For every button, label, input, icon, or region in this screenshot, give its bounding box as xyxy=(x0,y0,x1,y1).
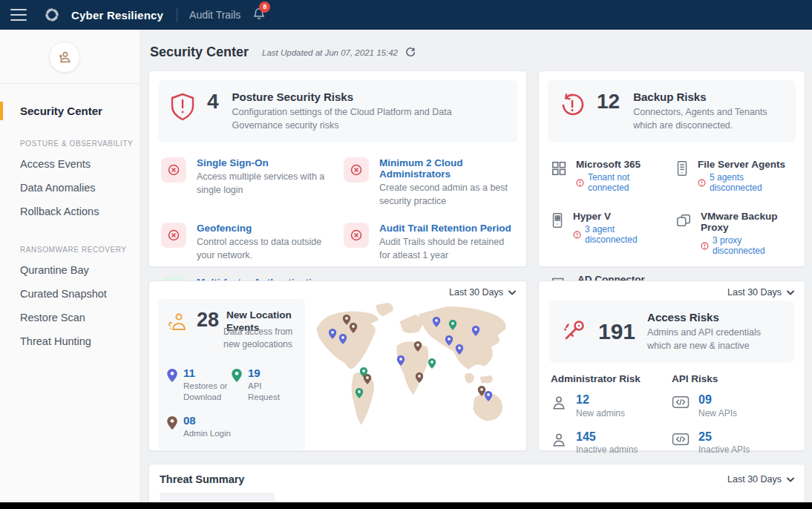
location-card-description: Data access from new geolocations xyxy=(223,326,296,351)
map-pin-icon xyxy=(167,416,177,430)
posture-risk-count: 4 xyxy=(207,91,219,114)
world-map xyxy=(310,299,517,441)
backup-item-microsoft-365: Microsoft 365 Tenant not connected xyxy=(551,159,668,193)
sidebar-group-posture-observability: POSTURE & OBSERVABILITY xyxy=(0,123,140,152)
administrator-risk-column: Administrator Risk 12 New admins xyxy=(551,373,672,467)
posture-security-risks-card: 4 Posture Security Risks Configuration s… xyxy=(148,70,527,267)
admin-user-icon xyxy=(551,432,567,451)
chevron-down-icon xyxy=(508,290,516,295)
backup-item-file-server-agents: File Server Agents 5 agents disconnected xyxy=(675,159,793,193)
sidebar: Security Center POSTURE & OBSERVABILITY … xyxy=(0,30,141,502)
sidebar-item-qurantine-bay[interactable]: Qurantine Bay xyxy=(0,258,140,282)
alert-circle-icon xyxy=(573,231,581,239)
map-pin xyxy=(356,388,364,398)
posture-item-link[interactable]: Audit Trail Retention Period xyxy=(379,223,513,234)
fail-circle-x-icon xyxy=(161,223,186,248)
location-stat-restores: 11 Restores or Download xyxy=(167,367,232,403)
sidebar-item-curated-snapshot[interactable]: Curated Snapshot xyxy=(0,282,140,306)
map-pin xyxy=(328,329,336,339)
sidebar-item-access-events[interactable]: Access Events xyxy=(0,152,140,176)
sidebar-item-threat-hunting[interactable]: Threat Hunting xyxy=(0,329,140,353)
hamburger-menu-icon[interactable] xyxy=(10,9,27,21)
alert-circle-icon xyxy=(576,179,584,187)
posture-item-link[interactable]: Geofencing xyxy=(197,223,330,234)
nav-link-audit-trails[interactable]: Audit Trails xyxy=(189,9,240,21)
location-stat-admin-login: 08 Admin Login xyxy=(167,415,232,439)
last-updated-text: Last Updated at Jun 07, 2021 15:42 xyxy=(262,48,398,57)
bottom-black-bar xyxy=(0,502,812,509)
map-pin xyxy=(416,372,424,383)
posture-item-min-2-cloud-admins: Minimum 2 Cloud Administrators Create se… xyxy=(344,157,513,208)
user-location-avatar-icon[interactable] xyxy=(49,42,80,73)
sidebar-item-rollback-actions[interactable]: Rollback Actions xyxy=(0,200,140,223)
posture-item-link[interactable]: Single Sign-On xyxy=(197,157,330,168)
access-period-dropdown[interactable]: Last 30 Days xyxy=(727,287,794,298)
map-pin xyxy=(364,374,372,384)
alert-circle-icon xyxy=(698,179,706,187)
backup-item-name: Hyper V xyxy=(573,211,668,222)
sidebar-group-ransomware-recovery: RANSOMWARE RECOVERY xyxy=(0,223,140,258)
threat-period-dropdown[interactable]: Last 30 Days xyxy=(727,474,794,485)
backup-card-title: Backup Risks xyxy=(633,91,784,103)
refresh-icon[interactable] xyxy=(405,47,416,58)
key-alert-icon xyxy=(561,318,586,345)
fail-circle-x-icon xyxy=(161,157,186,183)
location-period-dropdown[interactable]: Last 30 Days xyxy=(449,287,516,298)
backup-item-status-link[interactable]: 3 agent disconnected xyxy=(573,224,668,245)
posture-summary-band: 4 Posture Security Risks Configuration s… xyxy=(158,80,517,142)
backup-item-name: Microsoft 365 xyxy=(576,159,668,170)
notifications-bell-icon[interactable]: 8 xyxy=(252,7,266,24)
posture-item-description: Access multiple services with a single l… xyxy=(197,171,330,197)
backup-item-status-link[interactable]: 5 agents disconnected xyxy=(698,172,793,193)
stat-inactive-apis: 25 Inactive APIs xyxy=(672,430,793,456)
backup-item-hyper-v: Hyper V 3 agent disconnected xyxy=(551,211,668,256)
access-summary-band: 191 Access Risks Admins and API credenti… xyxy=(549,301,794,363)
threat-summary-content-stub xyxy=(160,493,275,502)
chevron-down-icon xyxy=(787,477,794,482)
backup-item-name: VMware Backup Proxy xyxy=(701,211,793,233)
backup-risks-card: 12 Backup Risks Connectors, Agents and T… xyxy=(538,70,805,267)
posture-item-description: Create second admin as a best security p… xyxy=(379,182,513,208)
shield-alert-icon xyxy=(170,93,195,124)
backup-item-status-link[interactable]: 3 proxy disconnected xyxy=(701,235,793,256)
alert-circle-icon xyxy=(701,242,709,250)
posture-item-single-sign-on: Single Sign-On Access multiple services … xyxy=(161,157,330,208)
map-pin xyxy=(349,323,357,333)
backup-card-description: Connectors, Agents and Tenants which are… xyxy=(633,105,784,132)
sidebar-item-restore-scan[interactable]: Restore Scan xyxy=(0,306,140,329)
posture-card-description: Configuration settings of the Cloud Plat… xyxy=(232,105,477,132)
file-server-icon xyxy=(675,160,689,180)
stat-new-apis: 09 New APIs xyxy=(672,393,793,418)
map-pin-icon xyxy=(167,369,177,382)
location-stat-api-request: 19 API Request xyxy=(232,367,296,403)
api-risks-column: API Risks 09 New APIs xyxy=(672,373,793,467)
sidebar-item-security-center[interactable]: Security Center xyxy=(0,99,140,123)
map-pin xyxy=(472,326,480,336)
brand-logo-icon xyxy=(43,6,61,24)
map-pin xyxy=(338,334,347,344)
access-risks-card: Last 30 Days 191 Access Risks xyxy=(538,280,805,451)
top-navbar: Cyber Resiliency Audit Trails 8 xyxy=(0,0,812,30)
app-title: Cyber Resiliency xyxy=(71,9,163,22)
location-events-count: 28 xyxy=(197,309,219,330)
sidebar-item-data-anomalies[interactable]: Data Anomalies xyxy=(0,176,140,200)
navbar-divider xyxy=(177,7,177,22)
threat-summary-title: Threat Summary xyxy=(160,473,244,485)
history-alert-icon xyxy=(560,93,585,121)
map-pin xyxy=(397,355,405,366)
grid-icon xyxy=(551,160,567,180)
posture-item-link[interactable]: Minimum 2 Cloud Administrators xyxy=(379,157,513,180)
backup-item-vmware-backup-proxy: VMware Backup Proxy 3 proxy disconnected xyxy=(675,211,793,256)
page-header: Security Center Last Updated at Jun 07, … xyxy=(148,30,805,70)
backup-risk-count: 12 xyxy=(597,91,620,114)
new-location-person-icon xyxy=(167,311,189,336)
backup-item-status-link[interactable]: Tenant not connected xyxy=(576,172,668,193)
api-risks-title: API Risks xyxy=(672,373,793,384)
map-pin xyxy=(445,335,453,346)
posture-card-title: Posture Security Risks xyxy=(232,91,477,103)
administrator-risk-title: Administrator Risk xyxy=(551,373,672,384)
code-icon xyxy=(672,395,690,413)
posture-item-geofencing: Geofencing Control access to data outsid… xyxy=(161,223,330,262)
hyperv-icon xyxy=(551,212,564,231)
location-summary-panel: 28 New Location Events Data access from … xyxy=(158,299,305,450)
